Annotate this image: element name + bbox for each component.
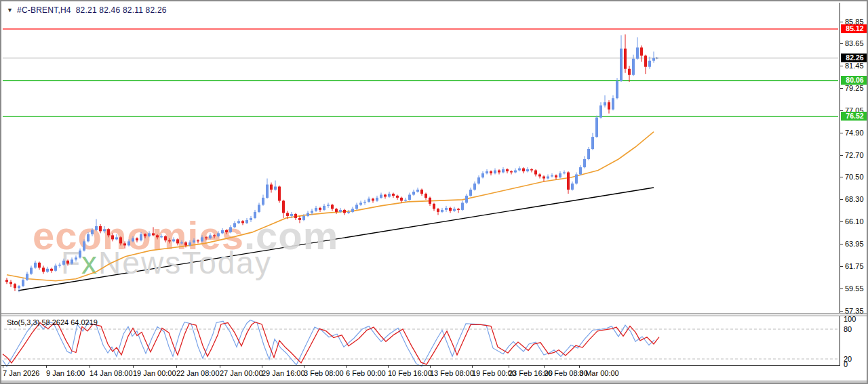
candle[interactable] xyxy=(612,98,614,110)
candle[interactable] xyxy=(538,175,541,177)
candle[interactable] xyxy=(453,209,456,211)
candle[interactable] xyxy=(237,221,240,223)
candle[interactable] xyxy=(245,220,248,223)
candle[interactable] xyxy=(115,237,118,239)
candle[interactable] xyxy=(355,205,358,209)
candle[interactable] xyxy=(343,210,346,213)
chart-canvas[interactable]: economies.com FxNewsToday xyxy=(1,1,867,383)
candle[interactable] xyxy=(628,69,631,75)
candle[interactable] xyxy=(384,195,387,197)
candle[interactable] xyxy=(79,251,81,258)
candle[interactable] xyxy=(30,268,33,274)
candle[interactable] xyxy=(221,230,224,234)
candle[interactable] xyxy=(75,257,77,259)
candle[interactable] xyxy=(551,175,553,177)
candle[interactable] xyxy=(534,171,537,175)
candle[interactable] xyxy=(229,227,232,232)
candle[interactable] xyxy=(380,195,382,198)
candle[interactable] xyxy=(640,47,643,56)
candle[interactable] xyxy=(457,209,460,210)
candle[interactable] xyxy=(233,223,236,227)
candle[interactable] xyxy=(490,171,492,173)
candle[interactable] xyxy=(323,206,326,210)
candle[interactable] xyxy=(636,47,639,59)
candle[interactable] xyxy=(42,268,45,272)
candle[interactable] xyxy=(648,61,651,67)
candle[interactable] xyxy=(563,173,566,174)
candle[interactable] xyxy=(327,205,330,206)
candle[interactable] xyxy=(127,241,130,245)
candle[interactable] xyxy=(205,237,208,238)
candle[interactable] xyxy=(339,210,342,212)
candle[interactable] xyxy=(388,194,391,197)
candle[interactable] xyxy=(449,208,452,211)
candle[interactable] xyxy=(547,177,549,179)
candle[interactable] xyxy=(445,208,448,210)
candle[interactable] xyxy=(335,209,338,212)
candle[interactable] xyxy=(616,81,618,99)
candle[interactable] xyxy=(302,216,305,220)
candle[interactable] xyxy=(437,209,439,212)
candle[interactable] xyxy=(197,240,199,242)
candle[interactable] xyxy=(400,198,403,201)
candle[interactable] xyxy=(250,218,252,220)
candle[interactable] xyxy=(172,239,175,241)
candle[interactable] xyxy=(278,187,281,201)
candle[interactable] xyxy=(99,226,102,232)
candle[interactable] xyxy=(331,205,334,209)
candle[interactable] xyxy=(522,169,525,172)
candle[interactable] xyxy=(429,198,431,204)
candle[interactable] xyxy=(184,242,187,246)
candle[interactable] xyxy=(644,56,647,67)
candle[interactable] xyxy=(494,171,496,174)
candle[interactable] xyxy=(408,195,411,200)
candle[interactable] xyxy=(286,213,289,216)
candle[interactable] xyxy=(168,240,171,242)
candle[interactable] xyxy=(66,261,69,264)
candle[interactable] xyxy=(502,169,505,173)
candle[interactable] xyxy=(315,208,317,211)
candle[interactable] xyxy=(144,234,146,236)
candle[interactable] xyxy=(347,212,350,213)
candle[interactable] xyxy=(518,169,521,171)
candle[interactable] xyxy=(152,233,155,235)
candle[interactable] xyxy=(34,263,37,268)
candle[interactable] xyxy=(433,204,435,209)
candle[interactable] xyxy=(441,210,443,212)
candle[interactable] xyxy=(18,286,20,288)
candle[interactable] xyxy=(95,226,98,230)
candle[interactable] xyxy=(290,214,293,216)
candle[interactable] xyxy=(425,194,427,198)
candle[interactable] xyxy=(132,238,134,242)
candle[interactable] xyxy=(372,198,374,200)
candle[interactable] xyxy=(87,234,90,242)
candle[interactable] xyxy=(652,58,655,61)
stochastic-pane[interactable] xyxy=(3,320,838,366)
candle[interactable] xyxy=(91,230,94,234)
candle[interactable] xyxy=(632,59,635,75)
candle[interactable] xyxy=(624,49,627,69)
candle[interactable] xyxy=(620,49,623,81)
candle[interactable] xyxy=(412,192,415,195)
candle[interactable] xyxy=(591,137,594,149)
candle[interactable] xyxy=(282,200,285,213)
candle[interactable] xyxy=(258,205,260,212)
candle[interactable] xyxy=(559,173,561,177)
candle[interactable] xyxy=(579,167,582,175)
candle[interactable] xyxy=(50,269,53,271)
candle[interactable] xyxy=(311,211,313,213)
chevron-down-icon[interactable]: ▼ xyxy=(7,7,13,14)
candle[interactable] xyxy=(514,171,517,173)
candle[interactable] xyxy=(319,208,321,210)
candle[interactable] xyxy=(14,284,16,288)
candle[interactable] xyxy=(294,214,297,218)
candle[interactable] xyxy=(571,184,574,190)
candle[interactable] xyxy=(58,265,61,266)
candle[interactable] xyxy=(225,230,228,232)
candle[interactable] xyxy=(469,190,472,196)
candle[interactable] xyxy=(148,233,151,236)
candle[interactable] xyxy=(307,213,309,216)
candle[interactable] xyxy=(506,169,509,171)
candle[interactable] xyxy=(111,235,114,239)
candle[interactable] xyxy=(262,198,264,205)
